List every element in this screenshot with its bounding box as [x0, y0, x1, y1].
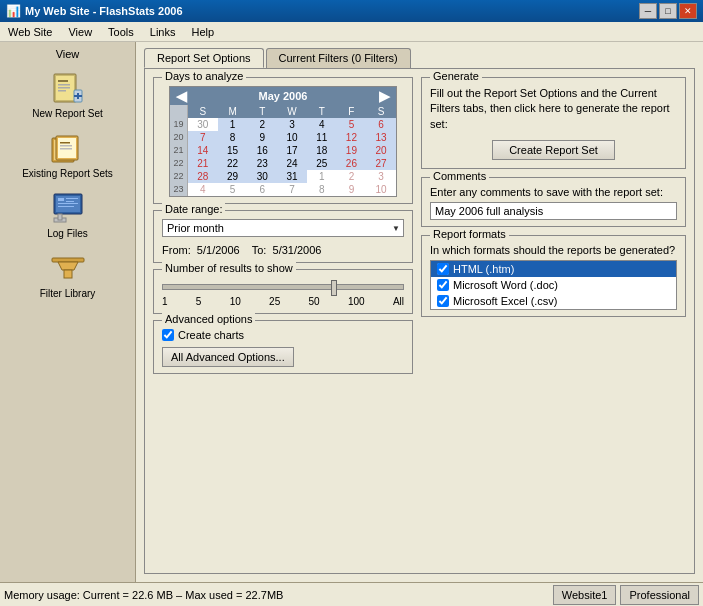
- cal-day[interactable]: 30: [188, 118, 218, 131]
- svg-rect-2: [58, 80, 68, 82]
- cal-day[interactable]: 25: [307, 157, 337, 170]
- cal-day[interactable]: 2: [247, 118, 277, 131]
- comments-group-label: Comments: [430, 170, 489, 182]
- format-checkbox-excel[interactable]: [437, 295, 449, 307]
- menu-view[interactable]: View: [64, 25, 96, 39]
- cal-day[interactable]: 7: [277, 183, 307, 196]
- slider-handle[interactable]: [331, 280, 337, 296]
- status-text: Memory usage: Current = 22.6 MB – Max us…: [4, 589, 549, 601]
- slider-label-50: 50: [309, 296, 320, 307]
- filter-library-icon: [50, 250, 86, 286]
- slider-labels: 1 5 10 25 50 100 All: [162, 296, 404, 307]
- cal-day[interactable]: 9: [337, 183, 367, 196]
- cal-day[interactable]: 4: [307, 118, 337, 131]
- cal-day[interactable]: 5: [337, 118, 367, 131]
- slider-label-100: 100: [348, 296, 365, 307]
- cal-day[interactable]: 3: [277, 118, 307, 131]
- tab-report-set-options[interactable]: Report Set Options: [144, 48, 264, 68]
- slider-label-5: 5: [196, 296, 202, 307]
- sidebar: View New Report Set: [0, 42, 136, 582]
- content-area: Report Set Options Current Filters (0 Fi…: [136, 42, 703, 582]
- cal-day[interactable]: 20: [366, 144, 396, 157]
- cal-day[interactable]: 6: [366, 118, 396, 131]
- calendar-header: ◀ May 2006 ▶: [170, 87, 396, 105]
- menu-tools[interactable]: Tools: [104, 25, 138, 39]
- cal-day[interactable]: 23: [247, 157, 277, 170]
- cal-day[interactable]: 27: [366, 157, 396, 170]
- cal-day[interactable]: 8: [218, 131, 248, 144]
- cal-day[interactable]: 5: [218, 183, 248, 196]
- create-charts-checkbox[interactable]: [162, 329, 174, 341]
- sidebar-label-log-files: Log Files: [47, 228, 88, 240]
- cal-day[interactable]: 2: [337, 170, 367, 183]
- title-bar-buttons: ─ □ ✕: [639, 3, 697, 19]
- cal-day[interactable]: 7: [188, 131, 218, 144]
- format-checkbox-html[interactable]: [437, 263, 449, 275]
- sidebar-item-existing-report-sets[interactable]: Existing Report Sets: [0, 124, 135, 184]
- cal-day[interactable]: 1: [307, 170, 337, 183]
- two-col-layout: Days to analyze ◀ May 2006 ▶ S: [153, 77, 686, 565]
- svg-rect-18: [58, 198, 64, 201]
- date-range-select-wrapper: Prior month Custom Today Yesterday Last …: [162, 219, 404, 237]
- calendar-next[interactable]: ▶: [379, 89, 390, 103]
- svg-rect-22: [58, 206, 74, 207]
- cal-day[interactable]: 6: [247, 183, 277, 196]
- menu-links[interactable]: Links: [146, 25, 180, 39]
- svg-rect-20: [66, 201, 74, 202]
- cal-day[interactable]: 16: [247, 144, 277, 157]
- generate-description: Fill out the Report Set Options and the …: [430, 86, 677, 132]
- title-bar-left: 📊 My Web Site - FlashStats 2006: [6, 4, 183, 18]
- sidebar-label-existing-report-sets: Existing Report Sets: [22, 168, 113, 180]
- date-range-group-label: Date range:: [162, 203, 225, 215]
- date-range-select[interactable]: Prior month Custom Today Yesterday Last …: [162, 219, 404, 237]
- format-item-excel[interactable]: Microsoft Excel (.csv): [431, 293, 676, 309]
- cal-day[interactable]: 13: [366, 131, 396, 144]
- days-to-analyze-label: Days to analyze: [162, 70, 246, 82]
- cal-day[interactable]: 15: [218, 144, 248, 157]
- calendar-prev[interactable]: ◀: [176, 89, 187, 103]
- cal-day[interactable]: 9: [247, 131, 277, 144]
- svg-rect-5: [58, 90, 66, 92]
- format-item-html[interactable]: HTML (.htm): [431, 261, 676, 277]
- maximize-button[interactable]: □: [659, 3, 677, 19]
- cal-day[interactable]: 21: [188, 157, 218, 170]
- cal-day[interactable]: 22: [218, 157, 248, 170]
- cal-day[interactable]: 19: [337, 144, 367, 157]
- cal-day[interactable]: 4: [188, 183, 218, 196]
- tab-current-filters[interactable]: Current Filters (0 Filters): [266, 48, 411, 68]
- create-report-set-button[interactable]: Create Report Set: [492, 140, 615, 160]
- cal-day[interactable]: 30: [247, 170, 277, 183]
- cal-day[interactable]: 1: [218, 118, 248, 131]
- minimize-button[interactable]: ─: [639, 3, 657, 19]
- sidebar-item-new-report-set[interactable]: New Report Set: [0, 64, 135, 124]
- cal-day[interactable]: 8: [307, 183, 337, 196]
- cal-day[interactable]: 18: [307, 144, 337, 157]
- cal-day[interactable]: 28: [188, 170, 218, 183]
- results-group: Number of results to show 1 5 10 25 50 1…: [153, 269, 413, 314]
- cal-day[interactable]: 10: [366, 183, 396, 196]
- all-advanced-options-button[interactable]: All Advanced Options...: [162, 347, 294, 367]
- tab-bar: Report Set Options Current Filters (0 Fi…: [144, 48, 695, 68]
- close-button[interactable]: ✕: [679, 3, 697, 19]
- cal-day[interactable]: 29: [218, 170, 248, 183]
- sidebar-item-log-files[interactable]: Log Files: [0, 184, 135, 244]
- cal-day[interactable]: 3: [366, 170, 396, 183]
- cal-day[interactable]: 10: [277, 131, 307, 144]
- app-icon: 📊: [6, 4, 21, 18]
- format-checkbox-word[interactable]: [437, 279, 449, 291]
- format-item-word[interactable]: Microsoft Word (.doc): [431, 277, 676, 293]
- cal-day[interactable]: 12: [337, 131, 367, 144]
- cal-day[interactable]: 11: [307, 131, 337, 144]
- cal-day[interactable]: 26: [337, 157, 367, 170]
- left-column: Days to analyze ◀ May 2006 ▶ S: [153, 77, 413, 565]
- comments-input[interactable]: May 2006 full analysis: [430, 202, 677, 220]
- cal-day[interactable]: 17: [277, 144, 307, 157]
- cal-day[interactable]: 14: [188, 144, 218, 157]
- from-label: From:: [162, 244, 191, 256]
- sidebar-item-filter-library[interactable]: Filter Library: [0, 244, 135, 304]
- menu-help[interactable]: Help: [187, 25, 218, 39]
- cal-day[interactable]: 24: [277, 157, 307, 170]
- days-to-analyze-group: Days to analyze ◀ May 2006 ▶ S: [153, 77, 413, 204]
- menu-website[interactable]: Web Site: [4, 25, 56, 39]
- cal-day[interactable]: 31: [277, 170, 307, 183]
